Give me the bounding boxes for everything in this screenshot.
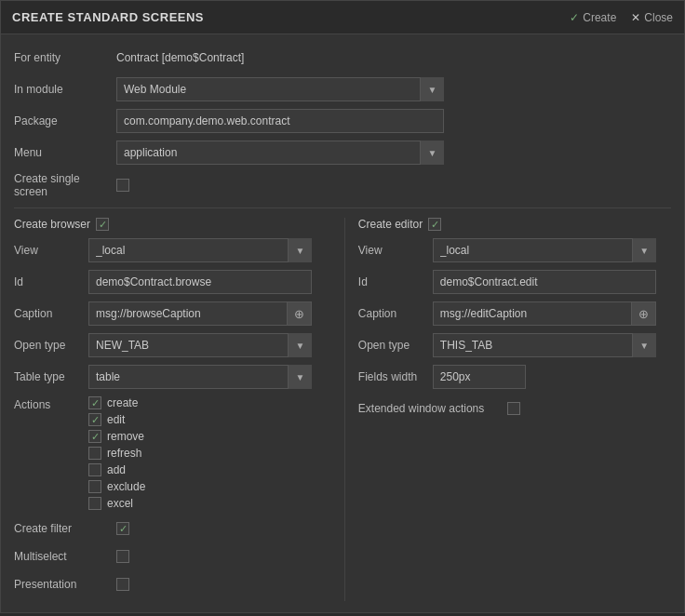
action-excel-checkbox[interactable]	[88, 497, 101, 510]
action-create: create	[88, 396, 145, 409]
editor-caption-input[interactable]	[433, 301, 632, 326]
action-edit: edit	[88, 413, 145, 426]
action-excel-label: excel	[107, 497, 133, 510]
module-label: In module	[14, 83, 116, 96]
editor-extended-row: Extended window actions	[358, 396, 671, 421]
browser-view-label: View	[14, 244, 88, 257]
action-remove-checkbox[interactable]	[88, 430, 101, 443]
browser-id-input[interactable]	[88, 270, 312, 294]
multiselect-row: Multiselect	[14, 545, 335, 568]
action-create-checkbox[interactable]	[88, 396, 101, 409]
menu-label: Menu	[14, 146, 116, 159]
browser-caption-label: Caption	[14, 307, 88, 320]
browser-opentype-label: Open type	[14, 339, 88, 352]
action-refresh: refresh	[88, 447, 145, 460]
editor-header: Create editor	[358, 218, 671, 231]
create-filter-checkbox[interactable]	[116, 522, 129, 535]
browser-caption-globe-button[interactable]: ⊕	[288, 301, 312, 326]
multiselect-checkbox[interactable]	[116, 550, 129, 563]
editor-fieldswidth-label: Fields width	[358, 370, 433, 383]
dialog: CREATE STANDARD SCREENS ✓ Create ✕ Close…	[0, 0, 685, 613]
menu-select-wrapper: application ▼	[116, 141, 444, 165]
browser-actions-label: Actions	[14, 396, 88, 510]
entity-label: For entity	[14, 51, 116, 64]
editor-view-select[interactable]: _local	[433, 238, 656, 262]
two-col-section: Create browser View _local ▼ Id	[14, 218, 671, 601]
browser-view-wrapper: _local ▼	[88, 238, 312, 262]
browser-caption-input[interactable]	[88, 301, 288, 326]
browser-opentype-row: Open type NEW_TAB ▼	[14, 333, 335, 357]
single-screen-label: Create single screen	[14, 172, 116, 198]
browser-column: Create browser View _local ▼ Id	[14, 218, 344, 601]
editor-enabled-checkbox[interactable]	[428, 218, 441, 231]
browser-tabletype-row: Table type table ▼	[14, 365, 335, 389]
close-label: Close	[644, 11, 673, 24]
action-exclude: exclude	[88, 480, 145, 493]
browser-opentype-select[interactable]: NEW_TAB	[88, 333, 312, 357]
browser-tabletype-select[interactable]: table	[88, 365, 312, 389]
create-filter-row: Create filter	[14, 517, 335, 540]
browser-id-label: Id	[14, 275, 88, 288]
editor-id-row: Id	[358, 270, 671, 294]
browser-tabletype-label: Table type	[14, 370, 88, 383]
browser-opentype-wrapper: NEW_TAB ▼	[88, 333, 312, 357]
entity-value: Contract [demo$Contract]	[116, 51, 244, 64]
editor-fieldswidth-input[interactable]	[433, 365, 526, 389]
browser-id-row: Id	[14, 270, 335, 294]
form-body: For entity Contract [demo$Contract] In m…	[1, 34, 684, 612]
check-icon: ✓	[570, 11, 579, 24]
editor-view-wrapper: _local ▼	[433, 238, 656, 262]
presentation-row: Presentation	[14, 573, 335, 596]
package-row: Package	[14, 109, 671, 133]
single-screen-row: Create single screen	[14, 172, 671, 198]
browser-actions-list: create edit remove refresh	[88, 396, 145, 510]
entity-row: For entity Contract [demo$Contract]	[14, 46, 671, 70]
editor-opentype-row: Open type THIS_TAB ▼	[358, 333, 671, 357]
editor-opentype-select[interactable]: THIS_TAB	[433, 333, 656, 357]
editor-view-row: View _local ▼	[358, 238, 671, 262]
create-button[interactable]: ✓ Create	[570, 11, 616, 24]
close-button[interactable]: ✕ Close	[631, 11, 673, 24]
close-icon: ✕	[631, 11, 640, 24]
menu-row: Menu application ▼	[14, 141, 671, 165]
action-refresh-checkbox[interactable]	[88, 447, 101, 460]
action-edit-checkbox[interactable]	[88, 413, 101, 426]
module-select-wrapper: Web Module ▼	[116, 77, 444, 101]
single-screen-checkbox[interactable]	[116, 179, 129, 192]
presentation-label: Presentation	[14, 578, 116, 591]
action-add-label: add	[107, 463, 126, 476]
editor-extended-checkbox[interactable]	[507, 402, 520, 415]
editor-caption-globe-button[interactable]: ⊕	[632, 301, 656, 326]
browser-header: Create browser	[14, 218, 335, 231]
presentation-checkbox[interactable]	[116, 578, 129, 591]
browser-view-select[interactable]: _local	[88, 238, 312, 262]
divider	[14, 208, 671, 208]
action-add: add	[88, 463, 145, 476]
editor-title: Create editor	[358, 218, 423, 231]
editor-opentype-wrapper: THIS_TAB ▼	[433, 333, 656, 357]
multiselect-label: Multiselect	[14, 550, 116, 563]
editor-id-input[interactable]	[433, 270, 656, 294]
browser-enabled-checkbox[interactable]	[96, 218, 109, 231]
menu-select[interactable]: application	[116, 141, 444, 165]
package-label: Package	[14, 114, 116, 127]
editor-opentype-label: Open type	[358, 339, 433, 352]
dialog-title: CREATE STANDARD SCREENS	[12, 10, 204, 24]
editor-caption-group: ⊕	[433, 301, 656, 326]
editor-fieldswidth-row: Fields width	[358, 365, 671, 389]
module-select[interactable]: Web Module	[116, 77, 444, 101]
action-exclude-label: exclude	[107, 480, 145, 493]
action-remove: remove	[88, 430, 145, 443]
title-bar: CREATE STANDARD SCREENS ✓ Create ✕ Close	[1, 1, 684, 34]
action-create-label: create	[107, 396, 138, 409]
action-add-checkbox[interactable]	[88, 463, 101, 476]
browser-tabletype-wrapper: table ▼	[88, 365, 312, 389]
editor-extended-label: Extended window actions	[358, 402, 507, 415]
package-input[interactable]	[116, 109, 444, 133]
browser-actions-section: Actions create edit remove	[14, 396, 335, 510]
action-exclude-checkbox[interactable]	[88, 480, 101, 493]
editor-view-label: View	[358, 244, 433, 257]
browser-caption-row: Caption ⊕	[14, 301, 335, 326]
create-label: Create	[583, 11, 616, 24]
title-bar-actions: ✓ Create ✕ Close	[570, 11, 673, 24]
